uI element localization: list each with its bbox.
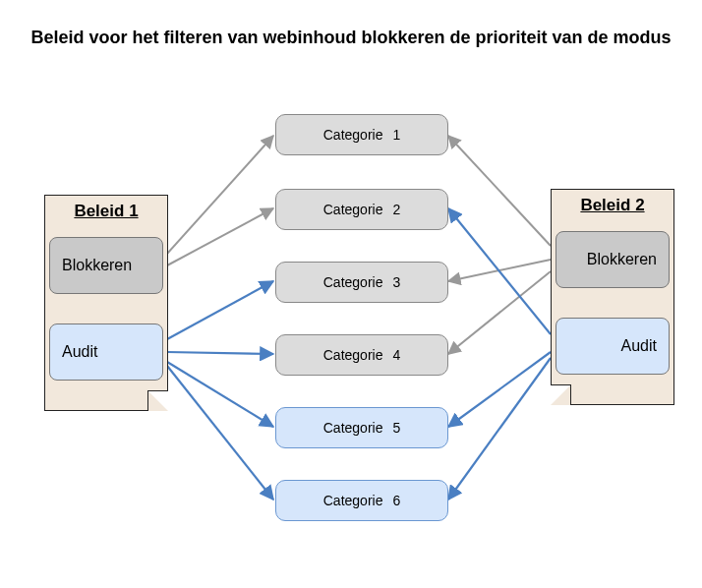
category-4: Categorie 4: [275, 334, 448, 376]
svg-line-7: [448, 260, 551, 281]
svg-line-1: [167, 208, 273, 265]
policy-card-2: Beleid 2 Blokkeren Audit: [551, 189, 674, 405]
category-num: 5: [392, 420, 400, 436]
category-word: Categorie: [323, 127, 383, 143]
policy-1-audit-mode: Audit: [49, 323, 163, 381]
policy-2-audit-mode: Audit: [556, 318, 670, 375]
page-fold-icon: [147, 390, 168, 411]
category-num: 4: [392, 347, 400, 363]
category-word: Categorie: [323, 420, 383, 436]
policy-1-block-mode: Blokkeren: [49, 237, 163, 294]
svg-line-3: [167, 352, 273, 354]
category-num: 6: [392, 493, 400, 508]
svg-line-5: [167, 366, 273, 500]
svg-line-0: [167, 136, 273, 254]
category-1: Categorie 1: [275, 114, 448, 155]
category-word: Categorie: [323, 493, 383, 508]
category-num: 3: [392, 274, 400, 290]
policy-card-1: Beleid 1 Blokkeren Audit: [44, 195, 168, 411]
category-word: Categorie: [323, 202, 383, 217]
category-num: 2: [392, 202, 400, 217]
svg-line-6: [448, 136, 551, 246]
category-2: Categorie 2: [275, 189, 448, 230]
svg-line-8: [448, 271, 551, 354]
page-fold-icon: [551, 384, 571, 405]
category-3: Categorie 3: [275, 262, 448, 303]
svg-line-10: [448, 352, 551, 427]
category-num: 1: [392, 127, 400, 143]
policy-2-block-mode: Blokkeren: [556, 231, 670, 288]
svg-line-11: [448, 358, 551, 500]
policy-2-label: Beleid 2: [552, 196, 677, 215]
svg-line-2: [167, 281, 273, 339]
category-5: Categorie 5: [275, 407, 448, 448]
page-title: Beleid voor het filteren van webinhoud b…: [0, 28, 702, 48]
policy-1-label: Beleid 1: [45, 202, 167, 221]
category-word: Categorie: [323, 274, 383, 290]
category-6: Categorie 6: [275, 480, 448, 521]
svg-line-9: [448, 208, 551, 334]
category-word: Categorie: [323, 347, 383, 363]
svg-line-4: [167, 362, 273, 427]
